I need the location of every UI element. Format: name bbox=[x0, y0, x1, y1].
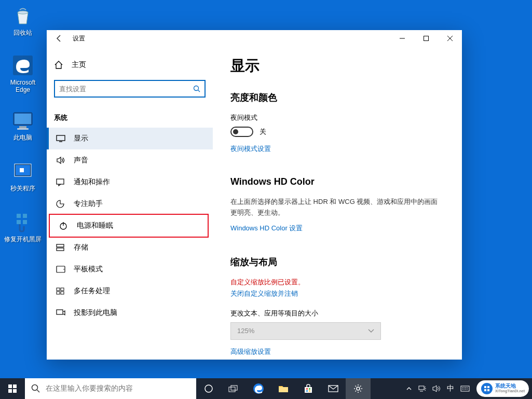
nav-projecting[interactable]: 投影到此电脑 bbox=[47, 302, 213, 324]
desktop-icon-close-programs[interactable]: 秒关程序 bbox=[3, 160, 43, 192]
pc-icon bbox=[11, 109, 34, 132]
nav-display[interactable]: 显示 bbox=[47, 128, 213, 149]
svg-point-50 bbox=[357, 387, 360, 390]
nav-focus-assist[interactable]: 专注助手 bbox=[47, 193, 213, 215]
nav-multitasking[interactable]: 多任务处理 bbox=[47, 280, 213, 302]
svg-line-38 bbox=[37, 390, 40, 393]
scale-heading: 缩放与布局 bbox=[230, 256, 444, 268]
svg-rect-35 bbox=[8, 389, 12, 393]
svg-rect-47 bbox=[306, 390, 308, 392]
scale-combo[interactable]: 125% bbox=[230, 322, 381, 340]
svg-rect-12 bbox=[23, 220, 27, 224]
tray-chevron-up-icon[interactable] bbox=[404, 378, 414, 399]
nav-tablet-mode[interactable]: 平板模式 bbox=[47, 258, 213, 280]
svg-rect-28 bbox=[57, 288, 60, 291]
svg-point-56 bbox=[481, 383, 493, 394]
svg-rect-41 bbox=[231, 386, 237, 390]
start-button[interactable] bbox=[0, 378, 25, 399]
nav-label: 投影到此电脑 bbox=[74, 308, 117, 318]
desktop-icon-label: 此电脑 bbox=[3, 134, 43, 141]
svg-rect-30 bbox=[57, 292, 60, 294]
search-icon bbox=[31, 384, 40, 393]
taskbar-search[interactable]: 在这里输入你要搜索的内容 bbox=[25, 378, 196, 399]
desktop-icon-fix-blackscreen[interactable]: 修复开机黑屏 bbox=[3, 211, 43, 243]
scale-advanced-link[interactable]: 高级缩放设置 bbox=[230, 347, 271, 356]
back-button[interactable] bbox=[52, 31, 66, 46]
svg-rect-10 bbox=[23, 214, 27, 218]
nav-storage[interactable]: 存储 bbox=[47, 237, 213, 258]
taskbar-settings[interactable] bbox=[346, 378, 371, 399]
taskbar-edge[interactable] bbox=[246, 378, 271, 399]
project-icon bbox=[56, 309, 65, 317]
nav-label: 平板模式 bbox=[74, 265, 103, 274]
task-view-button[interactable] bbox=[221, 378, 246, 399]
search-input[interactable] bbox=[59, 85, 193, 93]
nav-label: 存储 bbox=[74, 243, 88, 252]
svg-rect-4 bbox=[19, 126, 26, 128]
home-link[interactable]: 主页 bbox=[54, 56, 206, 80]
content-pane: 显示 亮度和颜色 夜间模式 关 夜间模式设置 Windows HD Color … bbox=[213, 47, 462, 360]
svg-point-27 bbox=[63, 269, 64, 270]
taskbar-mail[interactable] bbox=[321, 378, 346, 399]
svg-rect-19 bbox=[57, 135, 65, 141]
cortana-button[interactable] bbox=[196, 378, 221, 399]
svg-rect-21 bbox=[57, 179, 64, 184]
scale-close-link[interactable]: 关闭自定义缩放并注销 bbox=[230, 289, 298, 298]
desktop-icon-recycle-bin[interactable]: 回收站 bbox=[3, 4, 43, 36]
svg-rect-29 bbox=[61, 288, 64, 291]
page-title: 显示 bbox=[230, 56, 444, 76]
svg-rect-14 bbox=[424, 36, 429, 41]
svg-rect-44 bbox=[305, 387, 312, 393]
minimize-button[interactable] bbox=[390, 30, 414, 47]
svg-rect-43 bbox=[279, 387, 288, 392]
tray-volume-icon[interactable] bbox=[430, 378, 443, 399]
storage-icon bbox=[56, 244, 65, 251]
svg-rect-58 bbox=[487, 386, 489, 388]
search-icon bbox=[193, 85, 200, 92]
tray-ime[interactable]: 中 bbox=[444, 378, 457, 399]
maximize-button[interactable] bbox=[414, 30, 438, 47]
night-mode-state: 关 bbox=[260, 127, 266, 136]
desktop-icon-label: 秒关程序 bbox=[3, 185, 43, 192]
desktop-icon-this-pc[interactable]: 此电脑 bbox=[3, 109, 43, 141]
tablet-icon bbox=[56, 266, 65, 273]
sidebar: 主页 系统 显示 声音 通知和操作 专注 bbox=[47, 47, 213, 360]
svg-rect-40 bbox=[229, 387, 235, 392]
nav-label: 专注助手 bbox=[74, 199, 103, 209]
night-mode-settings-link[interactable]: 夜间模式设置 bbox=[230, 144, 271, 154]
hdcolor-settings-link[interactable]: Windows HD Color 设置 bbox=[230, 224, 303, 233]
home-label: 主页 bbox=[72, 60, 86, 70]
desktop-icon-label: Microsoft Edge bbox=[3, 79, 43, 93]
svg-rect-48 bbox=[309, 390, 310, 392]
tray-keyboard-icon[interactable] bbox=[458, 378, 472, 399]
nav-label: 声音 bbox=[74, 156, 88, 165]
night-mode-toggle[interactable] bbox=[230, 127, 253, 137]
svg-point-39 bbox=[205, 385, 212, 392]
svg-rect-34 bbox=[13, 384, 17, 388]
nav-sound[interactable]: 声音 bbox=[47, 149, 213, 171]
chevron-down-icon bbox=[368, 329, 374, 333]
search-box[interactable] bbox=[54, 80, 206, 98]
tray-network-icon[interactable] bbox=[415, 378, 429, 399]
recycle-bin-icon bbox=[11, 4, 34, 27]
close-programs-icon bbox=[11, 160, 34, 183]
hdcolor-heading: Windows HD Color bbox=[230, 176, 444, 187]
settings-window: 设置 主页 系统 显示 bbox=[47, 30, 462, 360]
svg-rect-46 bbox=[309, 388, 310, 390]
nav-label: 通知和操作 bbox=[74, 177, 110, 187]
svg-rect-25 bbox=[57, 248, 64, 251]
close-button[interactable] bbox=[438, 30, 462, 47]
multitask-icon bbox=[56, 287, 65, 295]
nav-power-sleep[interactable]: 电源和睡眠 bbox=[50, 215, 208, 237]
svg-point-0 bbox=[18, 11, 28, 14]
nav-notifications[interactable]: 通知和操作 bbox=[47, 171, 213, 193]
taskbar-explorer[interactable] bbox=[271, 378, 296, 399]
focus-icon bbox=[56, 200, 65, 208]
svg-rect-33 bbox=[8, 384, 12, 388]
notification-icon bbox=[56, 178, 65, 186]
svg-line-18 bbox=[198, 90, 200, 92]
display-icon bbox=[56, 135, 65, 142]
desktop-icon-edge[interactable]: Microsoft Edge bbox=[3, 54, 43, 93]
highlight-annotation: 电源和睡眠 bbox=[49, 214, 209, 238]
taskbar-store[interactable] bbox=[296, 378, 321, 399]
